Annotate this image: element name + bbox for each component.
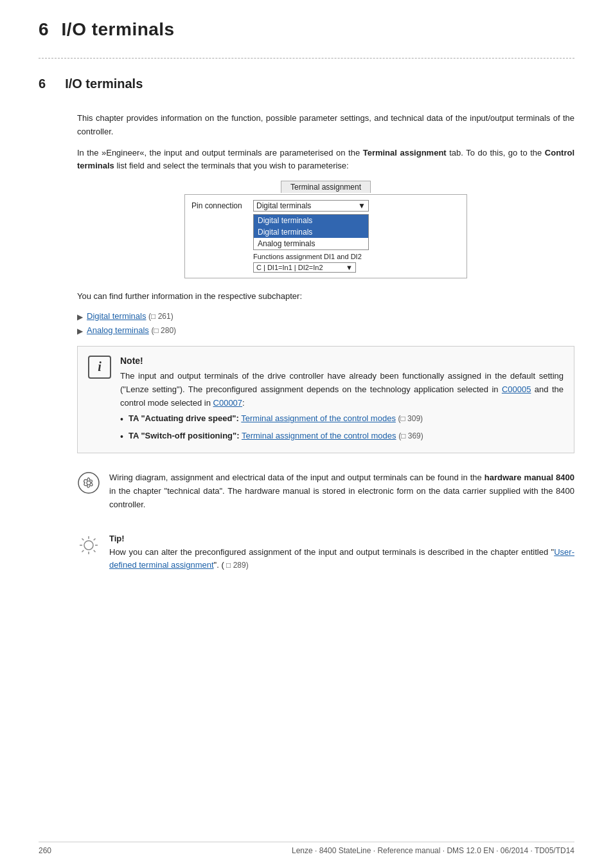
bullet-arrow-2: ▶ bbox=[77, 327, 83, 336]
functions-dropdown[interactable]: C | DI1=In1 | DI2=In2 ▼ bbox=[253, 262, 356, 273]
note-bullet-2: • TA "Switch-off positioning": Terminal … bbox=[120, 429, 564, 444]
wiring-text1: Wiring diagram, assignment and electrica… bbox=[109, 473, 484, 482]
intro2-text-start: In the »Engineer«, the input and output … bbox=[77, 148, 363, 158]
page-footer: 260 Lenze · 8400 StateLine · Reference m… bbox=[39, 842, 574, 855]
digital-terminals-ref: (□ 261) bbox=[148, 312, 173, 321]
terminal-ui-mockup: Terminal assignment Pin connection Digit… bbox=[184, 181, 467, 278]
dropdown-selected-value: Digital terminals bbox=[256, 201, 311, 210]
ta-switchoff-label: TA "Switch-off positioning": bbox=[129, 431, 240, 440]
wiring-icon bbox=[77, 471, 100, 494]
wiring-bold: hardware manual 8400 bbox=[484, 473, 574, 482]
section-divider bbox=[39, 58, 574, 59]
section-title: I/O terminals bbox=[65, 77, 143, 91]
intro2-text-mid: tab. To do this, go to the bbox=[447, 148, 545, 158]
analog-terminals-ref: (□ 280) bbox=[151, 326, 176, 335]
note-content: Note! The input and output terminals of … bbox=[120, 356, 564, 444]
terminal-tab[interactable]: Terminal assignment bbox=[281, 181, 371, 193]
dropdown-arrow: ▼ bbox=[358, 201, 366, 210]
dropdown-option-digital2[interactable]: Digital terminals bbox=[254, 226, 368, 238]
note-body: The input and output terminals of the dr… bbox=[120, 370, 564, 444]
svg-line-9 bbox=[82, 550, 84, 552]
wiring-content: Wiring diagram, assignment and electrica… bbox=[109, 471, 574, 511]
bullet-dot-1: • bbox=[120, 412, 123, 426]
tip-ref: □ 289) bbox=[224, 561, 249, 570]
ta-speed-ref: (□ 309) bbox=[398, 414, 423, 423]
functions-row: Functions assignment DI1 and DI2 bbox=[253, 253, 460, 260]
dropdown-option-digital[interactable]: Digital terminals bbox=[254, 215, 368, 226]
footer-right-text: Lenze · 8400 StateLine · Reference manua… bbox=[292, 846, 574, 855]
note-text1: The input and output terminals of the dr… bbox=[120, 371, 564, 394]
note-box: i Note! The input and output terminals o… bbox=[77, 346, 574, 453]
intro2-text-end: list field and select the terminals that… bbox=[114, 161, 349, 170]
svg-line-6 bbox=[82, 538, 84, 540]
svg-line-7 bbox=[94, 550, 96, 552]
ta-speed-label: TA "Actuating drive speed": bbox=[129, 413, 239, 423]
tip-box: Tip! How you can alter the preconfigured… bbox=[77, 527, 574, 579]
c00005-link[interactable]: C00005 bbox=[502, 384, 531, 394]
subchapter-intro: You can find further information in the … bbox=[77, 290, 574, 303]
tip-text1: How you can alter the preconfigured assi… bbox=[109, 547, 554, 557]
page-number: 260 bbox=[39, 846, 51, 855]
analog-terminals-link[interactable]: Analog terminals bbox=[87, 325, 149, 335]
svg-point-10 bbox=[84, 541, 93, 550]
intro2-bold1: Terminal assignment bbox=[363, 148, 447, 158]
link-item-digital: ▶ Digital terminals (□ 261) bbox=[77, 311, 574, 321]
pin-connection-dropdown[interactable]: Digital terminals ▼ bbox=[253, 200, 369, 212]
functions-arrow: ▼ bbox=[346, 264, 353, 271]
tip-body: How you can alter the preconfigured assi… bbox=[109, 546, 574, 573]
note-bullet-1: • TA "Actuating drive speed": Terminal a… bbox=[120, 412, 564, 426]
tip-text2: ". ( bbox=[214, 560, 224, 570]
tip-content: Tip! How you can alter the preconfigured… bbox=[109, 534, 574, 573]
functions-dropdown-value: C | DI1=In1 | DI2=In2 bbox=[256, 264, 323, 271]
tip-title: Tip! bbox=[109, 534, 574, 543]
bullet-arrow-1: ▶ bbox=[77, 312, 83, 321]
note-title: Note! bbox=[120, 356, 564, 366]
svg-point-0 bbox=[78, 473, 99, 493]
digital-terminals-link[interactable]: Digital terminals bbox=[87, 311, 146, 321]
c00007-link[interactable]: C00007 bbox=[213, 398, 243, 408]
links-list: ▶ Digital terminals (□ 261) ▶ Analog ter… bbox=[77, 311, 574, 336]
wiring-text2: in the chapter "technical data". The har… bbox=[109, 486, 574, 509]
dropdown-option-analog[interactable]: Analog terminals bbox=[254, 238, 368, 249]
section-number: 6 bbox=[39, 77, 46, 91]
ta-switchoff-link[interactable]: Terminal assignment of the control modes bbox=[242, 431, 396, 440]
intro-paragraph-2: In the »Engineer«, the input and output … bbox=[77, 147, 574, 174]
link-item-analog: ▶ Analog terminals (□ 280) bbox=[77, 325, 574, 336]
header-chapter-number: 6 bbox=[39, 19, 49, 40]
dropdown-open: Digital terminals Digital terminals Anal… bbox=[253, 214, 369, 250]
ta-speed-link[interactable]: Terminal assignment of the control modes bbox=[241, 413, 396, 423]
intro-paragraph-1: This chapter provides information on the… bbox=[77, 112, 574, 139]
functions-label: Functions assignment DI1 and DI2 bbox=[253, 253, 362, 260]
svg-line-8 bbox=[94, 538, 96, 540]
ta-switchoff-ref: (□ 369) bbox=[398, 431, 423, 440]
note-icon: i bbox=[88, 356, 111, 379]
note-text3: : bbox=[242, 398, 245, 408]
wiring-box: Wiring diagram, assignment and electrica… bbox=[77, 465, 574, 518]
tip-icon bbox=[77, 534, 100, 557]
pin-connection-label: Pin connection bbox=[191, 201, 249, 210]
svg-point-1 bbox=[87, 481, 91, 485]
header-chapter-title: I/O terminals bbox=[62, 19, 175, 40]
bullet-dot-2: • bbox=[120, 429, 123, 444]
